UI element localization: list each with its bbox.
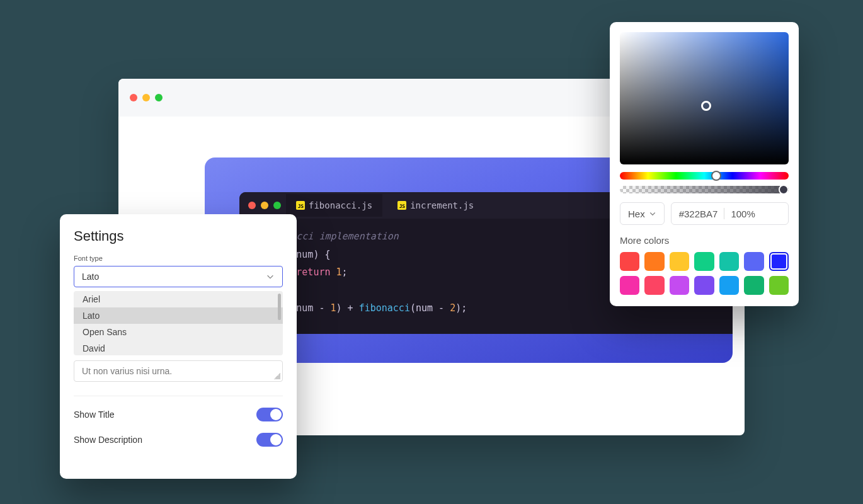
settings-title: Settings bbox=[74, 228, 283, 244]
tab-label: fibonacci.js bbox=[309, 200, 372, 210]
scrollbar-thumb[interactable] bbox=[278, 294, 281, 320]
show-description-label: Show Description bbox=[74, 435, 142, 445]
code-token: 1 bbox=[331, 266, 342, 278]
chevron-down-icon bbox=[649, 210, 656, 217]
code-token: 2 bbox=[450, 302, 455, 314]
color-swatch[interactable] bbox=[644, 252, 664, 271]
toggle-knob bbox=[270, 409, 282, 420]
code-token: 1 bbox=[331, 302, 336, 314]
code-token: ); bbox=[455, 302, 467, 314]
font-select-value: Lato bbox=[82, 272, 99, 282]
font-option[interactable]: Ariel bbox=[74, 291, 283, 307]
color-mode-value: Hex bbox=[628, 209, 645, 219]
font-option[interactable]: Open Sans bbox=[74, 324, 283, 340]
color-swatch[interactable] bbox=[620, 276, 639, 295]
show-title-row: Show Title bbox=[74, 408, 283, 421]
color-swatch[interactable] bbox=[694, 252, 714, 271]
hue-handle[interactable] bbox=[711, 171, 721, 181]
saturation-field[interactable] bbox=[620, 32, 789, 164]
toggle-knob bbox=[270, 434, 282, 445]
color-swatch[interactable] bbox=[719, 276, 739, 295]
font-option[interactable]: Lato bbox=[74, 307, 283, 324]
show-title-label: Show Title bbox=[74, 410, 115, 420]
color-swatch[interactable] bbox=[719, 252, 739, 271]
color-mode-select[interactable]: Hex bbox=[620, 202, 665, 225]
alpha-value: 100% bbox=[731, 209, 755, 219]
chevron-down-icon bbox=[266, 272, 275, 281]
tab-label: increment.js bbox=[410, 200, 474, 210]
more-colors-label: More colors bbox=[620, 235, 789, 246]
color-swatch[interactable] bbox=[744, 252, 763, 271]
color-swatch[interactable] bbox=[620, 252, 639, 271]
font-dropdown: ArielLatoOpen SansDavid bbox=[74, 291, 283, 355]
code-token: return bbox=[296, 266, 330, 278]
show-description-row: Show Description bbox=[74, 433, 283, 447]
font-select[interactable]: Lato bbox=[74, 266, 283, 287]
textarea-value: Ut non varius nisi urna. bbox=[82, 366, 172, 376]
code-token: ; bbox=[342, 266, 348, 278]
hex-input[interactable]: #322BA7 100% bbox=[671, 202, 789, 225]
editor-minimize-icon[interactable] bbox=[261, 202, 268, 209]
editor-close-icon[interactable] bbox=[248, 202, 256, 209]
show-title-toggle[interactable] bbox=[256, 408, 283, 421]
maximize-icon[interactable] bbox=[155, 94, 163, 101]
close-icon[interactable] bbox=[130, 94, 137, 101]
code-token: (num - bbox=[410, 302, 450, 314]
font-option[interactable]: David bbox=[74, 340, 283, 355]
alpha-slider[interactable] bbox=[620, 186, 789, 193]
color-swatch[interactable] bbox=[744, 276, 763, 295]
hue-slider[interactable] bbox=[620, 172, 789, 180]
font-type-label: Font type bbox=[74, 255, 283, 262]
saturation-handle[interactable] bbox=[701, 101, 711, 111]
resize-handle-icon[interactable] bbox=[274, 373, 280, 379]
divider bbox=[724, 208, 724, 219]
js-file-icon: JS bbox=[397, 201, 406, 210]
swatch-grid bbox=[620, 252, 789, 295]
svg-text:JS: JS bbox=[298, 203, 304, 209]
color-swatch[interactable] bbox=[670, 276, 689, 295]
color-swatch[interactable] bbox=[670, 252, 689, 271]
svg-text:JS: JS bbox=[399, 203, 406, 209]
color-swatch[interactable] bbox=[644, 276, 664, 295]
code-token: ) + bbox=[336, 302, 359, 314]
js-file-icon: JS bbox=[296, 201, 305, 210]
divider bbox=[74, 396, 283, 396]
description-textarea[interactable]: Ut non varius nisi urna. bbox=[74, 360, 283, 382]
minimize-icon[interactable] bbox=[142, 94, 150, 101]
color-swatch[interactable] bbox=[769, 276, 789, 295]
tab-increment[interactable]: JS increment.js bbox=[387, 194, 484, 217]
editor-maximize-icon[interactable] bbox=[273, 202, 281, 209]
tab-fibonacci[interactable]: JS fibonacci.js bbox=[286, 194, 382, 217]
color-swatch[interactable] bbox=[694, 276, 714, 295]
hex-value: #322BA7 bbox=[679, 209, 718, 219]
color-picker: Hex #322BA7 100% More colors bbox=[610, 22, 799, 306]
alpha-handle[interactable] bbox=[779, 185, 789, 195]
code-token: fibonacci bbox=[359, 302, 410, 314]
settings-panel: Settings Font type Lato ArielLatoOpen Sa… bbox=[60, 214, 297, 479]
show-description-toggle[interactable] bbox=[256, 433, 283, 447]
color-swatch[interactable] bbox=[769, 252, 789, 271]
